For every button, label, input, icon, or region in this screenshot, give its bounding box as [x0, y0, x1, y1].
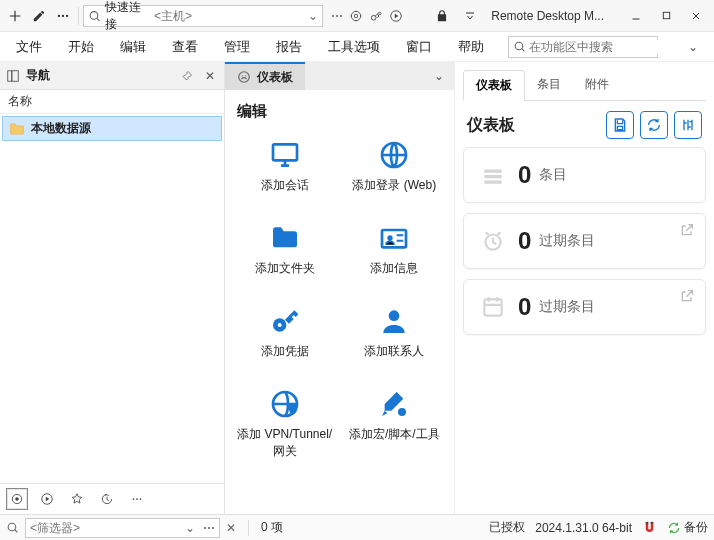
menu-window[interactable]: 窗口 [396, 34, 442, 60]
target-icon[interactable] [349, 9, 363, 23]
alarm-icon [478, 226, 508, 256]
more-button[interactable] [52, 5, 74, 27]
ellipsis-icon[interactable]: ⋯ [199, 521, 215, 535]
maximize-button[interactable] [652, 4, 680, 28]
chevron-down-icon[interactable]: ⌄ [185, 521, 195, 535]
edit-button[interactable] [28, 5, 50, 27]
host-input[interactable] [154, 9, 304, 23]
svg-rect-21 [382, 230, 406, 247]
add-session-label: 添加会话 [261, 177, 309, 194]
chevron-down-icon[interactable]: ⌄ [424, 63, 454, 89]
svg-point-30 [8, 523, 16, 531]
tab-attachments[interactable]: 附件 [573, 70, 621, 100]
nav-play-button[interactable] [36, 488, 58, 510]
sync-icon [667, 521, 681, 535]
svg-point-3 [90, 11, 98, 19]
folder-icon [267, 220, 303, 256]
stack-icon [478, 160, 508, 190]
close-nav-icon[interactable]: ✕ [202, 67, 218, 85]
add-info-button[interactable]: 添加信息 [343, 214, 447, 283]
svg-rect-11 [12, 70, 18, 81]
magnet-icon[interactable] [642, 520, 657, 535]
minimize-button[interactable] [622, 4, 650, 28]
open-external-icon[interactable] [679, 288, 697, 306]
add-contact-button[interactable]: 添加联系人 [343, 297, 447, 366]
tab-entries[interactable]: 条目 [525, 70, 573, 100]
search-icon [513, 40, 526, 53]
svg-rect-19 [273, 144, 297, 160]
filter-input[interactable] [30, 521, 181, 535]
add-credential-button[interactable]: 添加凭据 [233, 297, 337, 366]
ribbon-search[interactable] [508, 36, 658, 58]
pin-icon[interactable] [178, 68, 196, 84]
separator [78, 7, 79, 25]
dashboard-heading: 仪表板 [467, 115, 600, 136]
add-macro-button[interactable]: 添加宏/脚本/工具 [343, 380, 447, 466]
column-header-name[interactable]: 名称 [0, 90, 224, 114]
svg-point-27 [398, 408, 406, 416]
svg-point-4 [351, 11, 360, 20]
add-folder-label: 添加文件夹 [255, 260, 315, 277]
menu-start[interactable]: 开始 [58, 34, 104, 60]
nav-target-button[interactable] [6, 488, 28, 510]
menu-report[interactable]: 报告 [266, 34, 312, 60]
tab-dashboard[interactable]: 仪表板 [463, 70, 525, 101]
menu-file[interactable]: 文件 [6, 34, 52, 60]
card-expired-calendar[interactable]: 0 过期条目 [463, 279, 706, 335]
key-icon[interactable] [369, 9, 383, 23]
monitor-icon [267, 137, 303, 173]
open-external-icon[interactable] [679, 222, 697, 240]
svg-point-24 [277, 323, 281, 327]
tool-icon [376, 386, 412, 422]
nav-star-button[interactable] [66, 488, 88, 510]
refresh-button[interactable] [640, 111, 668, 139]
svg-rect-29 [484, 299, 501, 315]
key-icon [267, 303, 303, 339]
nav-history-button[interactable] [96, 488, 118, 510]
menu-edit[interactable]: 编辑 [110, 34, 156, 60]
nav-more-button[interactable] [126, 488, 148, 510]
dropdown-caret[interactable] [459, 5, 481, 27]
play-icon[interactable] [389, 9, 403, 23]
filter-input-wrap[interactable]: ⌄ ⋯ [25, 518, 220, 538]
backup-button[interactable]: 备份 [667, 519, 708, 536]
menu-view[interactable]: 查看 [162, 34, 208, 60]
svg-point-17 [140, 498, 142, 500]
card-count: 0 [518, 227, 531, 255]
ribbon-collapse-icon[interactable]: ⌄ [678, 36, 708, 58]
add-info-label: 添加信息 [370, 260, 418, 277]
save-button[interactable] [606, 111, 634, 139]
quick-connect-field[interactable]: 快速连接 ⌄ [83, 5, 323, 27]
menu-tool-options[interactable]: 工具选项 [318, 34, 390, 60]
add-login-web-button[interactable]: 添加登录 (Web) [343, 131, 447, 200]
svg-point-13 [15, 497, 19, 501]
tree-node-local-datasource[interactable]: 本地数据源 [2, 116, 222, 141]
card-label: 过期条目 [539, 298, 595, 316]
svg-point-0 [58, 14, 60, 16]
separator [248, 520, 249, 536]
add-session-button[interactable]: 添加会话 [233, 131, 337, 200]
new-button[interactable] [4, 5, 26, 27]
menu-manage[interactable]: 管理 [214, 34, 260, 60]
card-expired-clock[interactable]: 0 过期条目 [463, 213, 706, 269]
dashboard-icon [237, 70, 251, 84]
svg-point-22 [388, 235, 393, 240]
lock-icon[interactable] [431, 5, 453, 27]
dashboard-tab-label: 仪表板 [257, 69, 293, 86]
menu-help[interactable]: 帮助 [448, 34, 494, 60]
chevron-down-icon[interactable]: ⌄ [304, 9, 318, 23]
clear-filter-icon[interactable]: ✕ [226, 521, 236, 535]
nav-title: 导航 [26, 67, 172, 84]
ribbon-search-input[interactable] [529, 40, 679, 54]
card-entries[interactable]: 0 条目 [463, 147, 706, 203]
settings-button[interactable] [674, 111, 702, 139]
svg-point-1 [62, 14, 64, 16]
edit-heading: 编辑 [229, 98, 450, 131]
tab-dashboard-edit[interactable]: 仪表板 [225, 62, 305, 90]
svg-rect-10 [8, 70, 12, 81]
add-folder-button[interactable]: 添加文件夹 [233, 214, 337, 283]
ellipsis-icon[interactable]: ⋯ [331, 9, 343, 23]
person-icon [376, 303, 412, 339]
close-button[interactable] [682, 4, 710, 28]
add-vpn-button[interactable]: 添加 VPN/Tunnel/网关 [233, 380, 337, 466]
